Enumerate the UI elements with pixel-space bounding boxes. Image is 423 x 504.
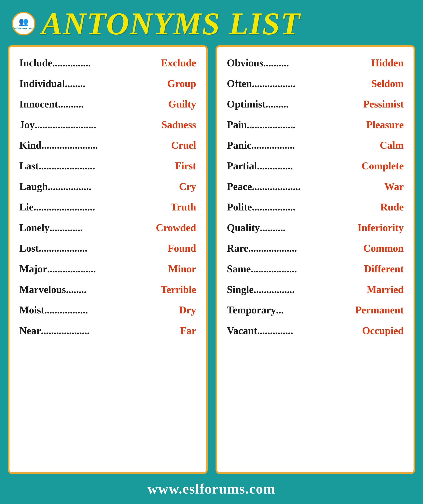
antonym: Cruel	[171, 139, 196, 152]
word: Obvious	[227, 56, 264, 70]
list-item: Often.................Seldom	[227, 73, 404, 94]
antonym: Pessimist	[363, 97, 404, 111]
list-item: Vacant..............Occupied	[227, 320, 404, 341]
dots: .........	[266, 97, 363, 111]
word: Lost	[19, 242, 39, 255]
dots: ........................	[35, 118, 161, 132]
antonym: First	[175, 159, 196, 173]
dots: ...................	[252, 180, 384, 193]
antonym: Married	[367, 283, 404, 296]
word: Peace	[227, 180, 252, 193]
list-item: Same..................Different	[227, 259, 404, 279]
list-item: Peace...................War	[227, 176, 404, 197]
antonym: Occupied	[362, 324, 404, 337]
page-title: ANTONYMS LIST	[41, 8, 301, 39]
antonym: Inferiority	[358, 221, 404, 234]
dots: ...................	[41, 324, 180, 337]
word: Major	[19, 262, 47, 276]
antonym: Minor	[168, 262, 196, 276]
word: Vacant	[227, 324, 257, 337]
antonym: Truth	[171, 200, 196, 214]
antonym: Permanent	[356, 303, 404, 317]
dots: ................	[254, 283, 367, 296]
word: Lonely	[19, 221, 49, 234]
antonym: Far	[180, 324, 196, 337]
dots: ..........	[58, 97, 168, 111]
word: Innocent	[19, 97, 58, 111]
antonym: Cry	[179, 180, 196, 193]
antonym: Pleasure	[366, 118, 404, 132]
list-item: Panic.................Calm	[227, 135, 404, 156]
antonym: Different	[364, 262, 404, 276]
antonym: Common	[363, 242, 404, 255]
logo-icon: 👥	[19, 17, 29, 26]
word: Individual	[19, 77, 65, 90]
list-item: Rare...................Common	[227, 238, 404, 259]
dots: ..................	[251, 262, 364, 276]
right-column: Obvious..........HiddenOften............…	[215, 45, 415, 474]
antonym: Hidden	[371, 56, 404, 70]
dots: ...................	[47, 262, 168, 276]
dots: ........................	[33, 200, 171, 214]
word: Optimist	[227, 97, 266, 111]
dots: .................	[252, 200, 380, 214]
dots: ..........	[260, 221, 358, 234]
antonym: Complete	[362, 159, 404, 173]
list-item: Kind......................Cruel	[19, 135, 196, 156]
word: Marvelous	[19, 283, 66, 296]
word: Kind	[19, 139, 42, 152]
dots: ...............	[52, 56, 161, 70]
list-item: Last......................First	[19, 156, 196, 176]
dots: ...................	[248, 242, 363, 255]
dots: ...................	[247, 118, 367, 132]
antonym: Seldom	[371, 77, 404, 90]
word: Moist	[19, 303, 44, 317]
footer-text: www.eslforums.com	[147, 481, 276, 497]
word: Near	[19, 324, 41, 337]
word: Polite	[227, 200, 252, 214]
word: Partial	[227, 159, 257, 173]
list-item: Obvious..........Hidden	[227, 53, 404, 73]
antonym: Exclude	[161, 56, 196, 70]
list-item: Marvelous........Terrible	[19, 279, 196, 300]
list-item: Individual........Group	[19, 73, 196, 94]
dots: ...................	[39, 242, 168, 255]
word: Joy	[19, 118, 35, 132]
dots: .................	[251, 139, 380, 152]
list-item: Quality..........Inferiority	[227, 217, 404, 238]
list-item: Lonely.............Crowded	[19, 217, 196, 238]
list-item: Lie........................Truth	[19, 197, 196, 217]
antonym: Calm	[380, 139, 404, 152]
antonym: War	[384, 180, 404, 193]
main-content: Include...............ExcludeIndividual.…	[0, 45, 423, 474]
word: Temporary	[227, 303, 276, 317]
list-item: Single................Married	[227, 279, 404, 300]
list-item: Laugh.................Cry	[19, 176, 196, 197]
word: Same	[227, 262, 251, 276]
dots: .................	[44, 303, 179, 317]
logo: 👥 eslforums.com	[12, 12, 36, 36]
dots: ..............	[257, 324, 362, 337]
antonym: Group	[167, 77, 196, 90]
list-item: Pain...................Pleasure	[227, 114, 404, 135]
dots: .............	[49, 221, 156, 234]
word: Lie	[19, 200, 33, 214]
dots: ........	[66, 283, 161, 296]
list-item: Innocent..........Guilty	[19, 94, 196, 114]
word: Pain	[227, 118, 247, 132]
dots: .................	[252, 77, 371, 90]
list-item: Joy........................Sadness	[19, 114, 196, 135]
list-item: Polite.................Rude	[227, 197, 404, 217]
logo-text: eslforums.com	[14, 26, 33, 30]
list-item: Optimist.........Pessimist	[227, 94, 404, 114]
antonym: Crowded	[156, 221, 196, 234]
word: Single	[227, 283, 254, 296]
dots: ......................	[42, 139, 171, 152]
word: Last	[19, 159, 39, 173]
list-item: Temporary...Permanent	[227, 300, 404, 320]
antonym: Guilty	[168, 97, 196, 111]
antonym: Rude	[380, 200, 404, 214]
word: Include	[19, 56, 52, 70]
list-item: Include...............Exclude	[19, 53, 196, 73]
list-item: Near...................Far	[19, 320, 196, 341]
